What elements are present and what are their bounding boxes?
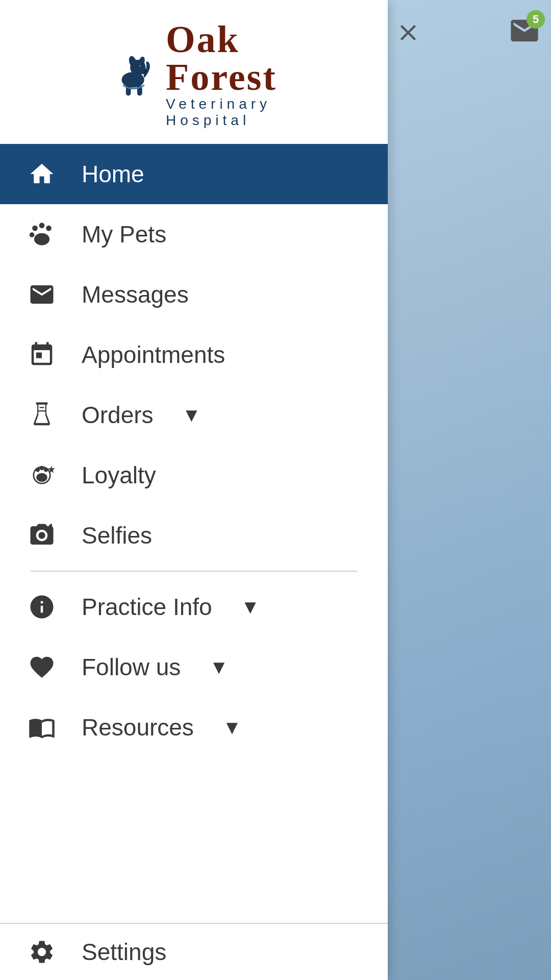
close-icon (395, 19, 421, 46)
svg-point-21 (38, 532, 45, 539)
nav-item-messages[interactable]: Messages (0, 264, 388, 325)
gear-icon (26, 938, 58, 966)
logo-area: Oak Forest Veterinary Hospital (0, 0, 388, 144)
paw-icon (26, 220, 58, 248)
practice-info-chevron: ▼ (241, 596, 260, 618)
nav-list: Home My Pets Messages (0, 144, 388, 923)
nav-item-home[interactable]: Home (0, 144, 388, 204)
nav-item-loyalty[interactable]: Loyalty (0, 445, 388, 505)
logo-forest: Forest (166, 58, 277, 96)
nav-item-resources[interactable]: Resources ▼ (0, 697, 388, 757)
orders-label: Orders (82, 401, 154, 429)
resources-label: Resources (82, 714, 194, 741)
heart-icon (26, 653, 58, 681)
nav-item-selfies[interactable]: Selfies (0, 505, 388, 566)
messages-label: Messages (82, 281, 189, 308)
svg-point-17 (40, 466, 44, 471)
svg-point-11 (39, 223, 45, 228)
logo-oak: Oak (166, 20, 277, 58)
svg-point-10 (32, 226, 38, 231)
message-badge-area: 5 (469, 5, 551, 56)
svg-point-13 (30, 232, 35, 237)
flask-icon (26, 401, 58, 429)
calendar-icon (26, 341, 58, 369)
mail-icon (26, 281, 58, 308)
home-icon (26, 160, 58, 188)
settings-bar[interactable]: Settings (0, 923, 388, 980)
orders-chevron: ▼ (182, 404, 202, 426)
camera-icon (26, 522, 58, 549)
nav-item-follow-us[interactable]: Follow us ▼ (0, 637, 388, 697)
navigation-drawer: Oak Forest Veterinary Hospital Home (0, 0, 388, 980)
my-pets-label: My Pets (82, 220, 166, 248)
message-icon-wrapper: 5 (508, 14, 541, 47)
loyalty-label: Loyalty (82, 461, 156, 489)
appointments-label: Appointments (82, 341, 225, 369)
book-icon (26, 714, 58, 741)
info-icon (26, 593, 58, 621)
logo-dog-icon (111, 52, 157, 97)
svg-point-22 (49, 525, 53, 528)
svg-point-14 (34, 233, 49, 246)
close-button[interactable] (388, 12, 429, 53)
svg-point-18 (44, 468, 48, 472)
svg-point-19 (36, 473, 47, 482)
svg-point-7 (143, 70, 147, 74)
logo-hospital: Hospital (166, 112, 250, 129)
resources-chevron: ▼ (222, 717, 242, 739)
logo-text: Oak Forest Veterinary Hospital (166, 20, 277, 129)
message-count-badge: 5 (527, 10, 545, 29)
nav-item-appointments[interactable]: Appointments (0, 325, 388, 385)
loyalty-icon (26, 461, 58, 489)
svg-point-9 (139, 65, 140, 66)
nav-item-orders[interactable]: Orders ▼ (0, 385, 388, 445)
svg-point-12 (46, 226, 52, 231)
nav-item-my-pets[interactable]: My Pets (0, 204, 388, 264)
svg-point-16 (36, 468, 40, 472)
logo-container: Oak Forest Veterinary Hospital (111, 20, 277, 129)
practice-info-label: Practice Info (82, 593, 212, 621)
follow-us-label: Follow us (82, 653, 181, 681)
nav-item-practice-info[interactable]: Practice Info ▼ (0, 577, 388, 637)
selfies-label: Selfies (82, 522, 152, 549)
home-label: Home (82, 160, 144, 188)
nav-divider (31, 571, 357, 572)
settings-label: Settings (82, 938, 166, 966)
logo-veterinary: Veterinary (166, 96, 271, 112)
follow-us-chevron: ▼ (209, 656, 229, 678)
